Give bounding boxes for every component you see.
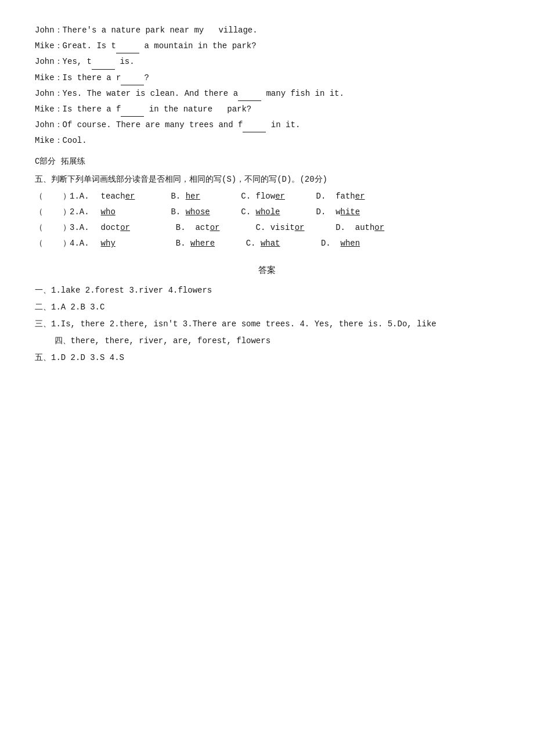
blank-3 [121, 85, 144, 85]
question-3-row: （ ） 3.A.doctor B. actor C. visitor D. au… [35, 221, 499, 235]
dialog-line-6: Mike：Is there a f in the nature park? [35, 102, 499, 117]
q3-d: D. author [335, 221, 384, 235]
question-4-row: （ ） 4.A.why B. where C. what D. when [35, 236, 499, 251]
q3-c: C. visitor [255, 221, 324, 235]
answer-line-2: 二、1.A 2.B 3.C [35, 300, 499, 315]
answer-bracket-1: （ ） [35, 189, 70, 204]
blank-4 [238, 100, 261, 101]
dialog-line-2: Mike：Great. Is t a mountain in the park? [35, 39, 499, 53]
answer-line-4: 四、there, there, river, are, forest, flow… [35, 334, 499, 348]
dialog-line-1: John：There's a nature park near my villa… [35, 23, 499, 38]
q4-b: B. where [176, 236, 234, 251]
q1-num: 1.A. [70, 189, 89, 204]
q3-a: doctor [101, 221, 164, 235]
answer-line-5: 五、1.D 2.D 3.S 4.S [35, 351, 499, 365]
dialog-line-5: John：Yes. The water is clean. And there … [35, 87, 499, 101]
question-1-row: （ ） 1.A.teacher B. her C. flower D. fath… [35, 189, 499, 204]
blank-5 [121, 116, 144, 117]
q4-d: D. when [321, 236, 360, 251]
dialog-line-3: John：Yes, t is. [35, 55, 499, 69]
q2-c: C. whole [241, 205, 304, 219]
dialog-line-4: Mike：Is there a r? [35, 71, 499, 85]
q2-a: who [101, 205, 160, 219]
q4-c: C. what [246, 236, 309, 251]
dialog-line-8: Mike：Cool. [35, 134, 499, 148]
dialog-section: John：There's a nature park near my villa… [35, 23, 499, 149]
answer-bracket-3: （ ） [35, 221, 70, 235]
question-2-row: （ ） 2.A.who B. whose C. whole D. white [35, 205, 499, 219]
answer-bracket-4: （ ） [35, 236, 70, 251]
answer-section: 答案 一、1.lake 2.forest 3.river 4.flowers 二… [35, 263, 499, 366]
blank-1 [116, 53, 139, 53]
main-content: John：There's a nature park near my villa… [35, 23, 499, 366]
q1-c: C. flower [241, 189, 304, 204]
q2-b: B. whose [171, 205, 229, 219]
blank-2 [92, 69, 115, 70]
answer-bracket-2: （ ） [35, 205, 70, 219]
q1-b: B. her [171, 189, 229, 204]
q4-a: why [101, 236, 164, 251]
exercise-5-header: 五、判断下列单词画线部分读音是否相同，相同的写(S)，不同的写(D)。(20分) [35, 172, 499, 187]
answer-line-1: 一、1.lake 2.forest 3.river 4.flowers [35, 283, 499, 298]
q3-num: 3.A. [70, 221, 89, 235]
answer-title: 答案 [35, 263, 499, 279]
answer-line-3: 三、1.Is, there 2.there, isn't 3.There are… [35, 317, 499, 332]
q1-a: teacher [101, 189, 160, 204]
blank-6 [243, 132, 266, 132]
q1-d: D. father [316, 189, 365, 204]
dialog-line-7: John：Of course. There are many trees and… [35, 118, 499, 132]
q2-d: D. white [316, 205, 360, 219]
q4-num: 4.A. [70, 236, 89, 251]
q3-b: B. actor [176, 221, 244, 235]
section-c-header: C部分 拓展练 [35, 154, 499, 169]
q2-num: 2.A. [70, 205, 89, 219]
